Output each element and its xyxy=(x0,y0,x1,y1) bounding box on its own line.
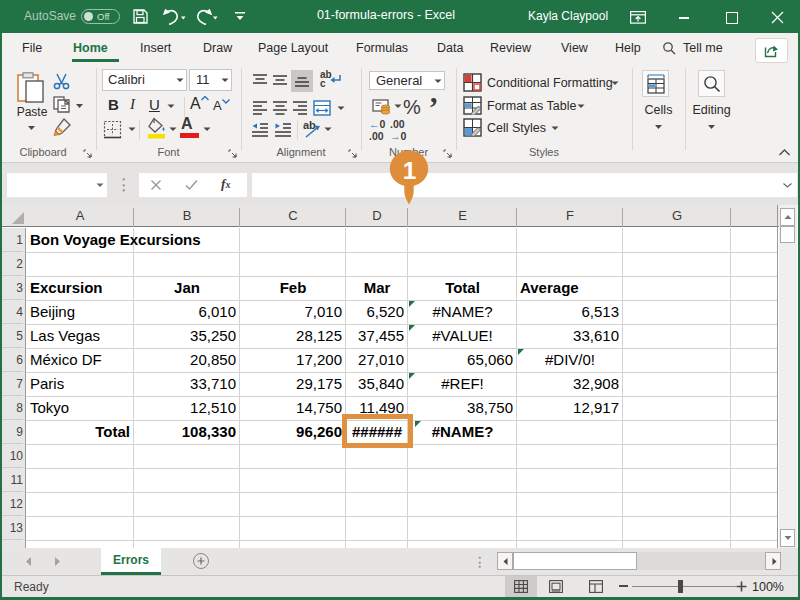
svg-text:1: 1 xyxy=(403,157,417,184)
